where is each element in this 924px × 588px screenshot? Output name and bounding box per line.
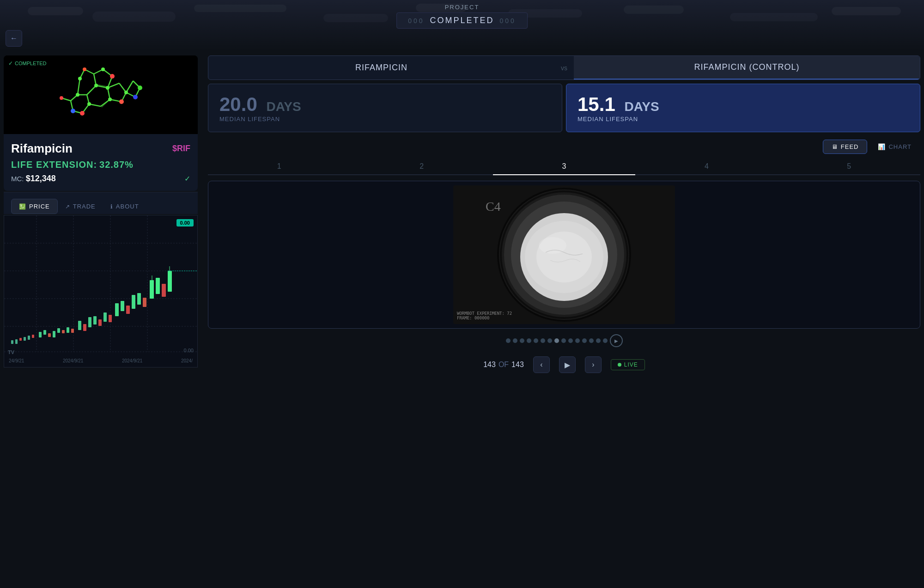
tab-about[interactable]: ℹ ABOUT [103,199,146,214]
tab-about-label: ABOUT [116,203,139,210]
left-panel: ✓ COMPLETED [4,55,198,368]
svg-rect-78 [121,301,124,311]
feed-label: FEED [841,143,859,150]
live-label: LIVE [624,361,638,368]
film-dot-10[interactable] [568,338,573,343]
svg-rect-63 [43,330,46,335]
prev-frame-button[interactable]: ‹ [533,356,550,373]
svg-rect-79 [126,306,130,314]
svg-rect-70 [78,321,81,330]
compound-control[interactable]: RIFAMPICIN (CONTROL) [574,56,920,80]
stat-card-control: 15.1 DAYS MEDIAN LIFESPAN [566,84,920,132]
svg-point-43 [101,67,105,71]
svg-rect-71 [83,324,86,331]
live-badge[interactable]: LIVE [611,359,645,370]
compound-rifampicin[interactable]: RIFAMPICIN [208,56,554,79]
completed-text: COMPLETED [430,16,494,25]
right-panel: RIFAMPICIN vs RIFAMPICIN (CONTROL) 20.0 … [208,55,920,377]
svg-rect-83 [150,280,154,299]
filmstrip-play-button[interactable]: ▶ [610,334,623,347]
project-label: PROJECT [445,4,480,11]
days-number: 20.0 [219,93,257,115]
film-dot-12[interactable] [582,338,587,343]
film-dot-5[interactable] [534,338,538,343]
life-extension: LIFE EXTENSION: 32.87% [11,159,190,170]
film-dot-4[interactable] [527,338,531,343]
days-value-rifampicin: 20.0 DAYS [219,93,301,115]
tab-bar: 💹 PRICE ↗ TRADE ℹ ABOUT [4,192,198,214]
stat-card-rifampicin: 20.0 DAYS MEDIAN LIFESPAN [208,84,562,132]
chart-price-tag: 0.00 [176,219,194,227]
chart-label: CHART [888,143,912,150]
slide-tab-3[interactable]: 3 [493,159,635,175]
svg-point-39 [87,102,91,106]
of-label: OF [498,361,509,369]
slide-tab-1[interactable]: 1 [208,159,350,175]
film-dot-6[interactable] [541,338,545,343]
play-pause-button[interactable]: ▶ [559,356,576,373]
slide-tab-5[interactable]: 5 [778,159,920,175]
svg-rect-0 [4,55,198,134]
monitor-icon: 🖥 [832,143,838,150]
chart-toggle-btn[interactable]: 📊 CHART [869,140,920,154]
svg-rect-77 [115,303,119,316]
tab-trade[interactable]: ↗ TRADE [58,199,103,214]
stat-days-rifampicin: 20.0 DAYS MEDIAN LIFESPAN [219,93,301,122]
film-dot-15[interactable] [603,338,608,343]
nav-counter: 143 OF 143 [483,361,524,369]
chart-dates: 24/9/21 2024/9/21 2024/9/21 2024/ [4,358,197,363]
film-dot-2[interactable] [513,338,517,343]
film-dot-13[interactable] [589,338,594,343]
film-dot-14[interactable] [596,338,601,343]
project-header: PROJECT 000 COMPLETED 000 [396,0,528,29]
chart-date-4: 2024/ [181,358,193,363]
ticker: $RIF [172,144,190,153]
svg-rect-73 [93,316,97,325]
worm-image: C4 WORMBOT EXPERIMENT: 72 FRAME: 000000 [453,185,675,324]
svg-rect-59 [24,337,26,341]
svg-rect-80 [132,295,135,309]
svg-point-45 [78,77,82,80]
play-pause-icon: ▶ [565,361,570,369]
slide-tab-4[interactable]: 4 [635,159,778,175]
current-frame: 143 [483,361,496,369]
film-dot-8[interactable] [554,338,559,343]
film-dot-7[interactable] [547,338,552,343]
svg-rect-82 [143,298,146,307]
days-unit-control: DAYS [624,99,659,114]
next-frame-button[interactable]: › [585,356,602,373]
svg-rect-60 [28,336,30,340]
tradingview-logo: TV [8,349,14,355]
view-toggle: 🖥 FEED 📊 CHART [208,140,920,154]
svg-rect-62 [39,332,42,337]
mc-label: MC: [11,175,24,183]
film-dot-3[interactable] [520,338,524,343]
svg-point-38 [108,98,112,101]
dots-right: 000 [500,17,516,24]
stat-days-control: 15.1 DAYS MEDIAN LIFESPAN [578,93,659,122]
film-dot-9[interactable] [561,338,566,343]
tab-price[interactable]: 💹 PRICE [11,199,58,214]
svg-point-33 [60,96,63,100]
vs-header: RIFAMPICIN vs RIFAMPICIN (CONTROL) [208,55,920,80]
experiment-label: WORMBOT EXPERIMENT: 72 FRAME: 000000 [457,311,512,320]
about-tab-icon: ℹ [110,203,113,210]
filmstrip: ▶ [208,329,920,353]
svg-point-35 [71,109,75,113]
svg-rect-66 [57,328,60,333]
slide-tab-2[interactable]: 2 [350,159,492,175]
film-dot-1[interactable] [506,338,511,343]
chart-date-3: 2024/9/21 [122,358,143,363]
svg-rect-81 [137,293,141,305]
mc-info: MC: $12,348 [11,174,56,184]
svg-rect-72 [88,317,91,327]
film-dot-11[interactable] [575,338,580,343]
svg-rect-67 [62,330,65,333]
svg-rect-84 [156,278,160,294]
feed-toggle-btn[interactable]: 🖥 FEED [823,140,868,154]
completed-tag: ✓ COMPLETED [8,60,46,67]
frame-label: FRAME: 000000 [457,316,512,320]
tab-price-label: PRICE [29,203,50,210]
svg-point-42 [138,86,142,90]
back-button[interactable]: ← [6,30,22,47]
